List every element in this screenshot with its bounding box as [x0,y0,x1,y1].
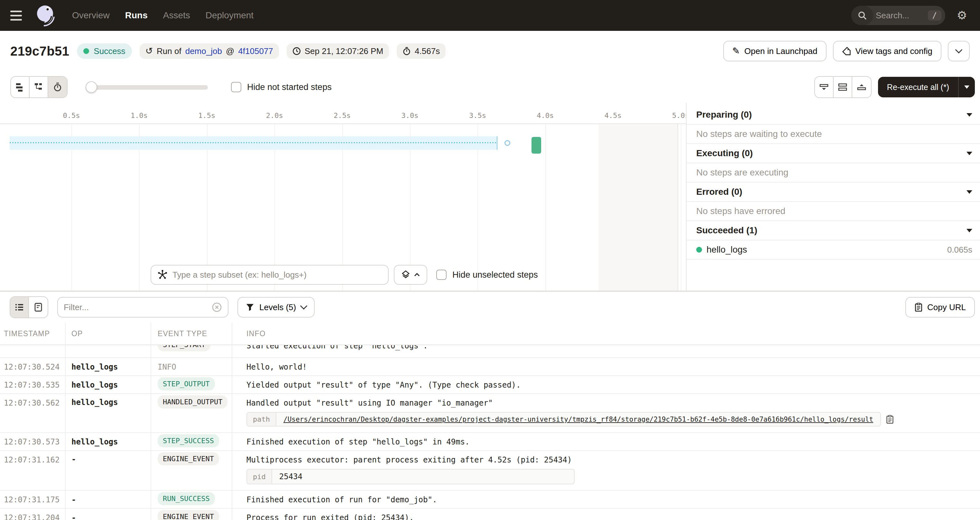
panel-section-title: Succeeded (1) [696,225,757,236]
log-col-header: EVENT TYPE [151,330,232,338]
log-row[interactable]: STEP_STARTStarted execution of step "hel… [0,345,980,358]
settings-gear-icon[interactable]: ⚙ [954,8,970,23]
view-waterfall-icon[interactable] [30,77,48,97]
slider-handle[interactable] [86,81,97,93]
nav-item-assets[interactable]: Assets [163,10,190,21]
collapse-up-icon[interactable] [852,77,871,97]
log-filter-input[interactable] [64,303,212,312]
log-info-cell: Finished execution of step "hello_logs" … [232,433,980,446]
axis-tick-label: 3.0s [401,111,418,120]
search-icon [851,6,873,25]
step-status-panel: Preparing (0)No steps are waiting to exe… [687,103,980,290]
log-message: Handled output "result" using IO manager… [247,394,980,407]
clear-filter-icon[interactable] [212,302,222,312]
search-input[interactable] [873,11,928,21]
log-event-type: ENGINE_EVENT [151,509,232,520]
log-col-header: INFO [232,330,980,338]
log-row[interactable]: 12:07:30.535hello_logsSTEP_OUTPUTYielded… [0,376,980,394]
app-window: OverviewRunsAssetsDeployment / ⚙ 219c7b5… [0,0,980,520]
nav-item-deployment[interactable]: Deployment [205,10,253,21]
axis-tick-label: 1.5s [198,111,215,120]
funnel-icon [246,303,254,311]
job-link[interactable]: demo_job [185,46,222,56]
global-search[interactable]: / [851,6,945,25]
log-table-header: TIMESTAMPOPEVENT TYPEINFO [0,323,980,345]
event-type-text: INFO [158,358,176,371]
duration-tag: 4.567s [397,43,445,59]
hide-unselected-checkbox[interactable]: Hide unselected steps [436,270,538,280]
log-row[interactable]: 12:07:31.175-RUN_SUCCESSFinished executi… [0,491,980,509]
copy-url-button[interactable]: Copy URL [905,297,975,317]
log-row[interactable]: 12:07:31.204-ENGINE_EVENTProcess for run… [0,509,980,520]
log-op-name: hello_logs [65,394,151,407]
hamburger-menu-icon[interactable] [10,7,27,24]
chevron-down-icon[interactable] [966,190,972,194]
log-info-cell: Process for run exited (pid: 25434). [232,509,980,520]
log-row[interactable]: 12:07:30.562hello_logsHANDLED_OUTPUTHand… [0,394,980,433]
panel-section-header[interactable]: Succeeded (1) [687,221,980,240]
log-filter-input-wrap [57,297,228,317]
panel-section-header[interactable]: Executing (0) [687,144,980,163]
hide-not-started-checkbox[interactable]: Hide not started steps [231,82,332,92]
dagster-logo-icon[interactable] [36,5,55,26]
log-structured-view-icon[interactable] [29,297,48,317]
search-shortcut-badge: / [928,10,942,21]
snapshot-link[interactable]: 4f105077 [238,46,273,56]
nav-item-runs[interactable]: Runs [125,10,148,21]
collapse-down-icon[interactable] [815,77,834,97]
checkbox-box[interactable] [436,270,447,280]
nav-right: / ⚙ [851,6,970,25]
step-subset-input[interactable] [172,270,382,280]
layers-icon [401,270,410,279]
metadata-path-link[interactable]: /Users/erincochran/Desktop/dagster-examp… [276,413,880,426]
copy-path-icon[interactable] [886,415,894,424]
step-marker-circle[interactable] [504,140,510,146]
chevron-down-icon[interactable] [966,152,972,155]
history-icon: ↺ [145,47,153,55]
log-row[interactable]: 12:07:30.573hello_logsSTEP_SUCCESSFinish… [0,433,980,451]
axis-tick-label: 0.5s [63,111,80,120]
nav-item-overview[interactable]: Overview [72,10,110,21]
view-flat-icon[interactable] [11,77,30,97]
open-in-launchpad-button[interactable]: ✎ Open in Launchpad [723,41,826,61]
levels-filter-button[interactable]: Levels (5) [237,297,315,317]
slider-track[interactable] [86,85,208,90]
log-rows: STEP_STARTStarted execution of step "hel… [0,345,980,520]
log-timestamp: 12:07:31.175 [0,491,65,504]
metadata-entry: path/Users/erincochran/Desktop/dagster-e… [247,412,881,426]
log-event-type: STEP_OUTPUT [151,376,232,390]
graph-query-toggle-button[interactable] [394,265,427,285]
step-bar-hello-logs[interactable] [531,137,541,154]
top-nav: OverviewRunsAssetsDeployment / ⚙ [0,0,980,31]
panel-step-row[interactable]: hello_logs0.065s [687,240,980,260]
panel-section-header[interactable]: Preparing (0) [687,105,980,125]
panel-empty-row: No steps are executing [687,163,980,182]
chevron-down-icon[interactable] [966,113,972,117]
panel-section-header[interactable]: Errored (0) [687,182,980,202]
run-header-more-button[interactable] [948,41,970,61]
pencil-icon: ✎ [732,47,740,55]
gantt-overrun-shade [598,124,678,290]
view-tags-config-button[interactable]: View tags and config [833,41,942,61]
chevron-down-icon[interactable] [966,229,972,232]
log-info-cell: Finished execution of run for "demo_job"… [232,491,980,504]
reexecute-all-button[interactable]: Re-execute all (*) [878,77,958,97]
panel-empty-text: No steps have errored [696,206,785,216]
panel-section-title: Errored (0) [696,187,742,197]
tag-icon [842,47,851,55]
log-col-header: OP [65,330,151,338]
reexecute-menu-button[interactable] [958,77,975,97]
metadata-label: path [247,413,276,426]
axis-tick-label: 3.5s [469,111,486,120]
view-timing-icon[interactable] [48,77,67,97]
log-row[interactable]: 12:07:31.162-ENGINE_EVENTMultiprocess ex… [0,451,980,491]
event-type-badge: ENGINE_EVENT [158,510,219,520]
log-list-view-icon[interactable] [10,297,29,317]
checkbox-box[interactable] [231,82,241,92]
event-type-badge: STEP_SUCCESS [158,434,219,447]
gantt-view-mode-toggle [10,76,68,98]
split-view-icon[interactable] [834,77,852,97]
log-row[interactable]: 12:07:30.524hello_logsINFOHello, world! [0,358,980,376]
log-event-type: HANDLED_OUTPUT [151,394,232,409]
log-event-type: STEP_SUCCESS [151,433,232,447]
